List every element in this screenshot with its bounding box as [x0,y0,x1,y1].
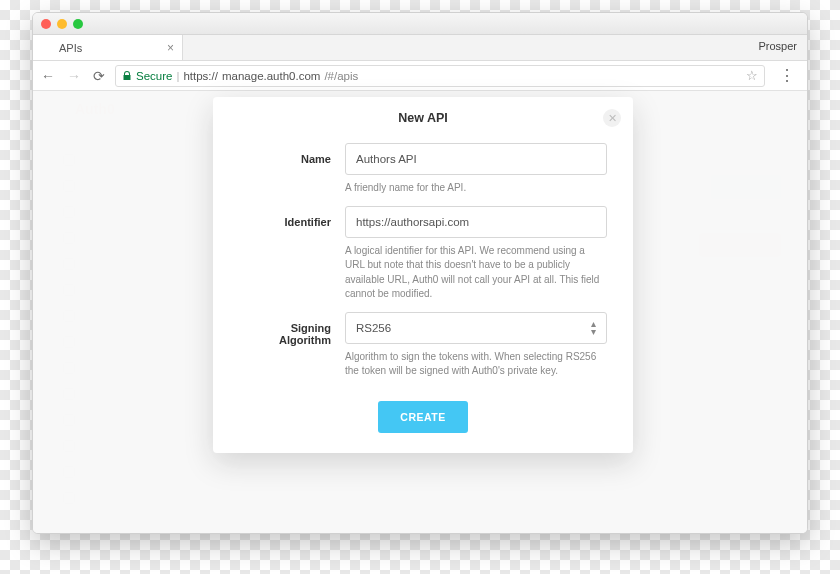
identifier-input[interactable] [345,206,607,238]
select-chevron-icon: ▴▾ [591,320,596,336]
page-content: Auth0 N [33,91,807,533]
form-row-algorithm: Signing Algorithm RS256 ▴▾ Algorithm to … [213,302,633,379]
algorithm-label: Signing Algorithm [239,312,331,379]
bookmark-star-icon[interactable]: ☆ [746,68,758,83]
window-minimize-button[interactable] [57,19,67,29]
nav-reload-button[interactable]: ⟳ [93,68,105,84]
url-prefix: https:// [183,70,218,82]
name-help-text: A friendly name for the API. [345,181,607,196]
algorithm-help-text: Algorithm to sign the tokens with. When … [345,350,607,379]
lock-icon [122,71,132,81]
auth0-favicon-icon [41,42,53,54]
tab-close-button[interactable]: × [167,41,174,55]
url-path: /#/apis [324,70,358,82]
window-close-button[interactable] [41,19,51,29]
browser-window: APIs × Prosper ← → ⟳ Secure | https://ma… [32,12,808,534]
url-host: manage.auth0.com [222,70,320,82]
url-separator: | [176,70,179,82]
modal-footer: CREATE [213,401,633,433]
name-input[interactable] [345,143,607,175]
tab-title: APIs [59,42,82,54]
browser-tab[interactable]: APIs × [33,35,183,60]
identifier-label: Identifier [239,206,331,302]
algorithm-select[interactable]: RS256 ▴▾ [345,312,607,344]
url-input[interactable]: Secure | https://manage.auth0.com/#/apis… [115,65,765,87]
form-row-name: Name A friendly name for the API. [213,133,633,196]
algorithm-value: RS256 [356,322,391,334]
name-label: Name [239,143,331,196]
modal-title: New API [213,111,633,125]
window-maximize-button[interactable] [73,19,83,29]
modal-close-button[interactable]: ✕ [603,109,621,127]
profile-label: Prosper [758,40,797,52]
secure-label: Secure [136,70,172,82]
tab-strip: APIs × Prosper [33,35,807,61]
new-api-modal: New API ✕ Name A friendly name for the A… [213,97,633,453]
window-controls [41,19,83,29]
browser-menu-button[interactable]: ⋮ [775,66,799,85]
nav-back-button[interactable]: ← [41,68,55,84]
create-button[interactable]: CREATE [378,401,467,433]
identifier-help-text: A logical identifier for this API. We re… [345,244,607,302]
nav-forward-button[interactable]: → [67,68,81,84]
address-bar: ← → ⟳ Secure | https://manage.auth0.com/… [33,61,807,91]
form-row-identifier: Identifier A logical identifier for this… [213,196,633,302]
modal-header: New API ✕ [213,97,633,133]
window-titlebar [33,13,807,35]
